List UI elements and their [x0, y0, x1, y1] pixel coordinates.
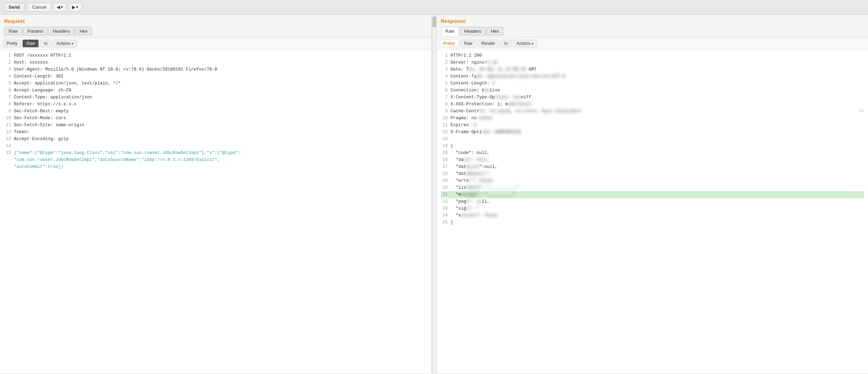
- resp-line-17: 17 "dataList":null,: [441, 163, 864, 170]
- request-line-10: 10 Sec-Fetch-Mode: cors: [4, 115, 427, 122]
- request-newline-btn[interactable]: \n: [40, 40, 51, 47]
- resp-line-18: 18 "dataObject":: [441, 170, 864, 177]
- resp-line-21: 21 "message": "__________": [441, 191, 864, 198]
- request-tab-raw[interactable]: Raw: [4, 27, 22, 35]
- request-sub-toolbar: Pretty Raw \n Actions ▾: [0, 38, 432, 49]
- resp-line-5: 5 Content-Length: 1: [441, 80, 864, 87]
- request-line-3: 3 User-Agent: Mozilla/5.0 (Windows NT 10…: [4, 66, 427, 73]
- request-line-4: 4 Content-Length: 302: [4, 73, 427, 80]
- resp-line-16: 16 "data": null,: [441, 156, 864, 163]
- request-pretty-btn[interactable]: Pretty: [3, 40, 21, 47]
- prev-arrow-icon: ◀: [57, 5, 60, 10]
- prev-button[interactable]: ◀ ▼: [54, 3, 67, 11]
- request-tab-hex[interactable]: Hex: [75, 27, 92, 35]
- scroll-handle[interactable]: [433, 17, 436, 27]
- request-tab-params[interactable]: Params: [23, 27, 48, 35]
- response-panel: Response Raw Headers Hex Pretty Raw Rend…: [437, 15, 868, 373]
- request-title: Request: [4, 18, 427, 24]
- send-button[interactable]: Send: [3, 3, 25, 11]
- resp-line-12: 12 X-Frame-Options: SAMEORIGIN: [441, 129, 864, 136]
- resp-line-1: 1 HTTP/1.1 200: [441, 52, 864, 59]
- toolbar: Send Cancel ◀ ▼ ▶ ▼: [0, 0, 868, 15]
- response-pretty-btn[interactable]: Pretty: [440, 40, 459, 47]
- next-button[interactable]: ▶ ▼: [69, 3, 82, 11]
- request-panel: Request Raw Params Headers Hex Pretty Ra…: [0, 15, 432, 373]
- request-header: Request Raw Params Headers Hex: [0, 15, 432, 38]
- request-line-6: 6 Accept-Language: zh-CN: [4, 87, 427, 94]
- request-line-15: 15 {"name":{"@type":"java.lang.Class","v…: [4, 149, 427, 170]
- response-render-btn[interactable]: Render: [478, 40, 499, 47]
- resp-line-24: 24 "success": false: [441, 212, 864, 219]
- request-line-12: 12 Token:: [4, 129, 427, 136]
- request-line-5: 5 Accept: application/json, text/plain, …: [4, 80, 427, 87]
- request-raw-btn[interactable]: Raw: [23, 40, 39, 47]
- next-arrow-icon: ▶: [72, 5, 75, 10]
- resp-line-8: 8 X-XSS-Protection: 1; mode=block: [441, 101, 864, 108]
- response-tab-bar: Raw Headers Hex: [441, 27, 864, 35]
- resp-line-7: 7 X-Content-Type-Options: nosniff: [441, 94, 864, 101]
- request-actions-label: Actions: [56, 41, 70, 46]
- next-dropdown-icon: ▼: [75, 5, 79, 9]
- response-newline-btn[interactable]: \n: [500, 40, 511, 47]
- resp-line-23: 23 "sign": ": [441, 205, 864, 212]
- resp-line-4: 4 Content-Type: application/json;charset…: [441, 73, 864, 80]
- resp-line-11: 11 Expires: 0: [441, 122, 864, 129]
- resp-line-22: 22 "page": null,: [441, 198, 864, 205]
- response-actions-label: Actions: [517, 41, 530, 46]
- request-line-13: 13 Accept-Encoding: gzip: [4, 136, 427, 143]
- request-line-9: 9 Sec-Fetch-Dest: empty: [4, 108, 427, 115]
- resp-line-10: 10 Pragma: no-cache: [441, 115, 864, 122]
- prev-dropdown-icon: ▼: [60, 5, 64, 9]
- resp-line-19: 19 "error": false,: [441, 177, 864, 184]
- request-tab-headers[interactable]: Headers: [48, 27, 74, 35]
- request-line-7: 7 Content-Type: application/json: [4, 94, 427, 101]
- response-actions-chevron-icon: ▾: [532, 42, 533, 46]
- request-line-2: 2 Host: xxxxxxx: [4, 59, 427, 66]
- scroll-divider[interactable]: [432, 15, 437, 373]
- request-line-11: 11 Sec-Fetch-Site: same-origin: [4, 122, 427, 129]
- resp-line-3: 3 Date: Thu, 30 Mar 21 14:05:22 GMT: [441, 66, 864, 73]
- resp-line-2: 2 Server: nginx/1.16: [441, 59, 864, 66]
- response-sub-toolbar: Pretty Raw Render \n Actions ▾: [437, 38, 868, 49]
- resp-line-20: 20 "listData": "__________": [441, 184, 864, 191]
- main-container: Request Raw Params Headers Hex Pretty Ra…: [0, 15, 868, 373]
- request-tab-bar: Raw Params Headers Hex: [4, 27, 427, 35]
- response-tab-hex[interactable]: Hex: [486, 27, 503, 35]
- request-actions-btn[interactable]: Actions ▾: [52, 40, 77, 47]
- request-line-1: 1 POST /xxxxxxx HTTP/1.1: [4, 52, 427, 59]
- response-title: Response: [441, 18, 864, 24]
- request-actions-chevron-icon: ▾: [72, 42, 73, 46]
- resp-line-14: 14 {: [441, 143, 864, 149]
- response-tab-headers[interactable]: Headers: [460, 27, 486, 35]
- response-actions-btn[interactable]: Actions ▾: [513, 40, 537, 47]
- response-tab-raw[interactable]: Raw: [441, 27, 459, 35]
- request-content[interactable]: 1 POST /xxxxxxx HTTP/1.1 2 Host: xxxxxxx…: [0, 49, 432, 373]
- resp-line-13: 13: [441, 136, 864, 143]
- request-line-14: 14: [4, 143, 427, 149]
- cancel-button[interactable]: Cancel: [27, 3, 51, 11]
- resp-line-9: 9 Cache-Control: no-cache, no-store, mus…: [441, 108, 864, 115]
- response-content[interactable]: 1 HTTP/1.1 200 2 Server: nginx/1.16 3 Da…: [437, 49, 868, 373]
- resp-line-6: 6 Connection: keelive: [441, 87, 864, 94]
- resp-line-25: 25 }: [441, 219, 864, 226]
- request-line-8: 8 Referer: https://x.x.x.x: [4, 101, 427, 108]
- response-header: Response Raw Headers Hex: [437, 15, 868, 38]
- resp-line-15: 15 "code": null,: [441, 149, 864, 156]
- response-raw-btn[interactable]: Raw: [460, 40, 476, 47]
